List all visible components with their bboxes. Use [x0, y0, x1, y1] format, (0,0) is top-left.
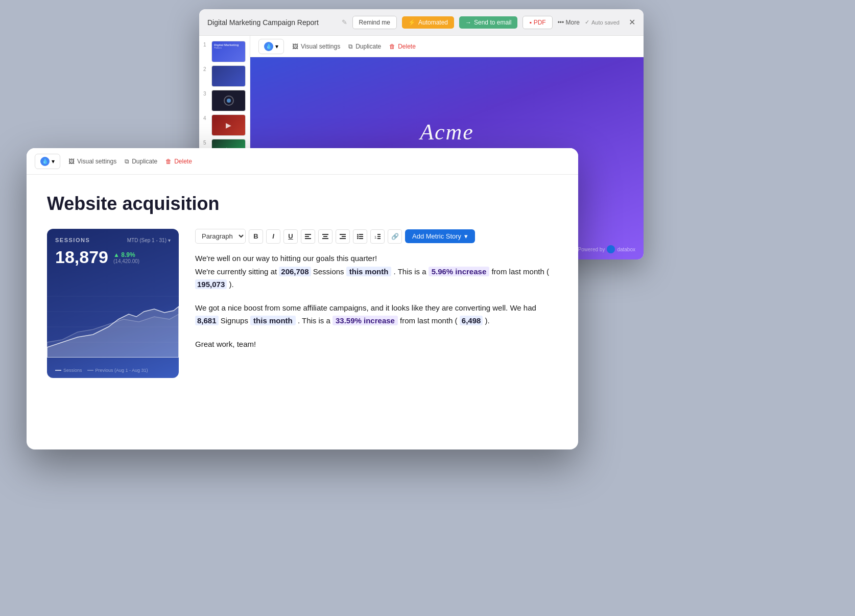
front-content: Website acquisition SESSIONS MTD (Sep 1 … [27, 175, 578, 449]
slide-body: SESSIONS MTD (Sep 1 - 31) ▾ 18,879 ▲ 8.9… [47, 229, 558, 378]
unordered-list-button[interactable] [353, 229, 367, 244]
text-toolbar: Paragraph B I U [195, 229, 558, 244]
pdf-button[interactable]: ▪ PDF [522, 16, 552, 29]
svg-point-17 [357, 238, 359, 239]
send-email-button[interactable]: → Send to email [459, 16, 517, 29]
back-titlebar: Digital Marketing Campaign Report ✎ Remi… [199, 9, 644, 36]
widget-date-range: MTD (Sep 1 - 31) ▾ [127, 238, 171, 243]
slide-thumb-4[interactable]: 4 ▶ [203, 114, 246, 136]
slide-preview-4: ▶ [211, 114, 246, 136]
widget-label: SESSIONS [55, 237, 90, 243]
svg-text:1.: 1. [374, 235, 377, 239]
svg-rect-6 [305, 238, 311, 239]
signups-value: 8,681 [195, 316, 219, 325]
back-toolbar: 💧 ▾ 🖼 Visual settings ⧉ Duplicate 🗑 Dele… [250, 36, 644, 57]
front-duplicate-icon: ⧉ [125, 158, 129, 165]
auto-saved-indicator: ✓ Auto saved [585, 19, 620, 26]
link-button[interactable]: 🔗 [388, 229, 402, 244]
svg-rect-8 [323, 236, 327, 237]
back-window-title: Digital Marketing Campaign Report [207, 18, 337, 27]
paragraph-format-select[interactable]: Paragraph [195, 229, 246, 244]
widget-header: SESSIONS MTD (Sep 1 - 31) ▾ [55, 237, 171, 243]
send-icon: → [465, 19, 471, 26]
slide-preview-3 [211, 90, 246, 111]
automated-button[interactable]: ⚡ Automated [402, 16, 454, 29]
close-button[interactable]: ✕ [629, 17, 635, 27]
this-month-label-2: this month [250, 316, 296, 325]
edit-title-icon: ✎ [342, 18, 347, 26]
italic-button[interactable]: I [266, 229, 280, 244]
slide-thumb-3[interactable]: 3 [203, 90, 246, 111]
slide-preview-2 [211, 65, 246, 87]
front-window: 💧 ▾ 🖼 Visual settings ⧉ Duplicate 🗑 Dele… [27, 148, 578, 449]
svg-rect-16 [359, 236, 363, 237]
prev-sessions-value: 195,073 [195, 279, 227, 289]
front-trash-icon: 🗑 [165, 158, 172, 165]
align-left-button[interactable] [301, 229, 315, 244]
list-ordered-icon: 1. [374, 234, 381, 239]
automated-icon: ⚡ [408, 19, 416, 26]
svg-rect-11 [342, 236, 346, 237]
underline-button[interactable]: U [283, 229, 298, 244]
front-duplicate-button[interactable]: ⧉ Duplicate [125, 158, 157, 165]
slide-preview-1: Digital Marketing Platform [211, 41, 246, 62]
front-theme-dropdown[interactable]: 💧 ▾ [35, 154, 60, 169]
front-visual-settings-button[interactable]: 🖼 Visual settings [68, 158, 116, 165]
front-toolbar: 💧 ▾ 🖼 Visual settings ⧉ Duplicate 🗑 Dele… [27, 148, 578, 175]
svg-point-13 [357, 234, 359, 235]
chevron-down-icon: ▾ [168, 238, 171, 243]
databox-logo-back [607, 245, 615, 253]
svg-rect-7 [322, 234, 328, 235]
widget-legend: Sessions Previous (Aug 1 - Aug 31) [55, 368, 148, 373]
dropdown-arrow: ▾ [275, 43, 278, 50]
more-button[interactable]: ••• More [558, 19, 580, 26]
trash-icon: 🗑 [389, 43, 395, 50]
story-paragraph-3: Great work, team! [195, 338, 558, 351]
svg-rect-4 [305, 234, 311, 235]
add-metric-story-button[interactable]: Add Metric Story ▾ [405, 229, 475, 243]
svg-rect-12 [340, 238, 346, 239]
front-theme-icon: 💧 [40, 157, 50, 166]
check-icon: ✓ [585, 19, 589, 26]
slide-thumb-2[interactable]: 2 [203, 65, 246, 87]
legend-sessions: Sessions [55, 368, 82, 373]
prev-signups-value: 6,498 [460, 316, 483, 325]
slide-thumb-1[interactable]: 1 Digital Marketing Platform [203, 41, 246, 62]
theme-dropdown[interactable]: 💧 ▾ [258, 39, 284, 54]
svg-rect-14 [359, 234, 363, 235]
svg-rect-9 [322, 238, 328, 239]
duplicate-icon: ⧉ [348, 43, 353, 50]
front-delete-button[interactable]: 🗑 Delete [165, 158, 192, 165]
widget-prev-value: (14,420.00) [113, 258, 139, 264]
delete-button[interactable]: 🗑 Delete [389, 43, 416, 50]
visual-settings-button[interactable]: 🖼 Visual settings [292, 43, 340, 50]
svg-rect-22 [377, 238, 381, 239]
align-right-icon [340, 234, 346, 239]
svg-rect-21 [377, 236, 381, 237]
align-right-button[interactable] [336, 229, 350, 244]
story-paragraph-1: We're well on our way to hitting our goa… [195, 252, 558, 291]
align-left-icon [305, 234, 311, 239]
ordered-list-button[interactable]: 1. [370, 229, 385, 244]
svg-rect-18 [359, 238, 363, 239]
remind-button[interactable]: Remind me [352, 16, 397, 29]
powered-by-back: Powered by databox [578, 245, 635, 253]
align-center-button[interactable] [318, 229, 332, 244]
svg-rect-20 [377, 234, 381, 235]
chart-svg [47, 291, 179, 358]
widget-value: 18,879 [55, 247, 108, 267]
link-icon: 🔗 [391, 233, 399, 240]
increase-value-1: 5.96% increase [429, 267, 490, 276]
story-paragraph-2: We got a nice boost from some affiliate … [195, 301, 558, 327]
visual-settings-icon: 🖼 [292, 43, 298, 50]
sessions-value: 206,708 [279, 267, 311, 276]
this-month-label-1: this month [346, 267, 392, 276]
duplicate-button[interactable]: ⧉ Duplicate [348, 43, 381, 50]
theme-icon: 💧 [264, 42, 273, 51]
align-center-icon [322, 234, 328, 239]
front-dropdown-arrow: ▾ [52, 158, 55, 165]
svg-point-15 [357, 235, 359, 237]
pdf-icon: ▪ [529, 19, 531, 26]
bold-button[interactable]: B [249, 229, 263, 244]
text-content: Paragraph B I U [195, 229, 558, 350]
